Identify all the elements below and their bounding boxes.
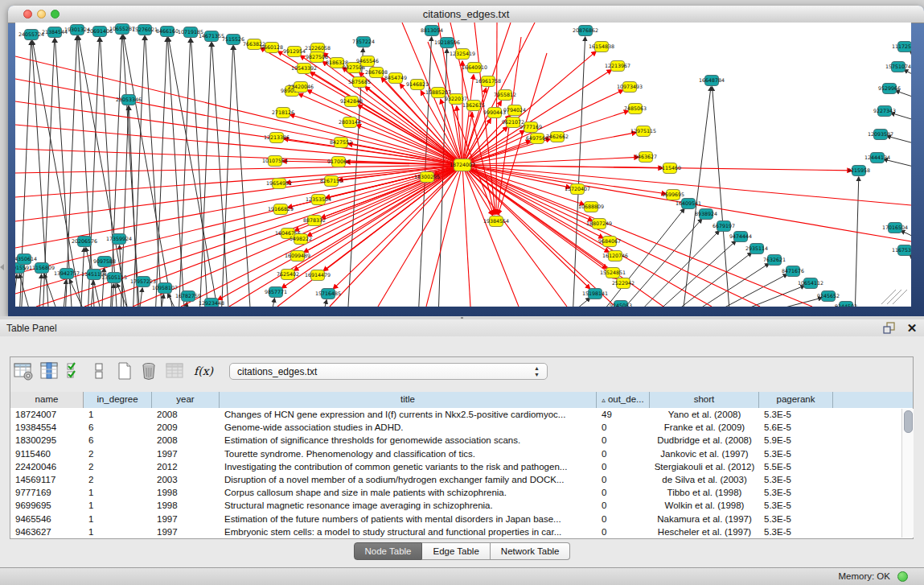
- svg-text:2867608: 2867608: [365, 69, 388, 75]
- svg-text:12444134: 12444134: [864, 154, 890, 160]
- svg-text:15720407: 15720407: [565, 186, 590, 192]
- svg-text:9146821: 9146821: [406, 81, 429, 87]
- table-panel-header: Table Panel ✕: [0, 319, 924, 337]
- tab-edge-table[interactable]: Edge Table: [422, 542, 490, 560]
- svg-text:9391559: 9391559: [15, 265, 29, 270]
- svg-text:9660128: 9660128: [261, 44, 283, 50]
- table-row[interactable]: 2242004622012Investigating the contribut…: [10, 460, 913, 473]
- svg-text:9794024: 9794024: [503, 107, 526, 113]
- svg-text:18724007: 18724007: [450, 162, 475, 167]
- table-row[interactable]: 946362711997Embryonic stem cells: a mode…: [10, 525, 913, 538]
- svg-text:12213386: 12213386: [264, 134, 290, 140]
- network-canvas-container[interactable]: 2405572421384544193013242069140610655287…: [15, 23, 911, 307]
- table-header-row: namein_degreeyeartitle▵out_de...shortpag…: [10, 392, 913, 409]
- svg-text:8878332: 8878332: [303, 217, 326, 223]
- table-row[interactable]: 1938455462009Genome-wide association stu…: [10, 421, 913, 434]
- column-header-short[interactable]: short: [650, 392, 759, 408]
- svg-text:17957223: 17957223: [130, 278, 156, 284]
- svg-text:9912954: 9912954: [283, 48, 306, 54]
- svg-text:6679197: 6679197: [713, 223, 735, 229]
- svg-text:15716485: 15716485: [315, 290, 341, 296]
- float-panel-icon[interactable]: [883, 322, 896, 334]
- network-window-title: citations_edges.txt: [8, 8, 924, 20]
- table-row[interactable]: 1830029562008Estimation of significance …: [10, 434, 913, 447]
- svg-text:16648784: 16648784: [699, 77, 725, 83]
- svg-text:21226058: 21226058: [305, 45, 331, 51]
- svg-text:10958107: 10958107: [152, 285, 178, 290]
- table-row[interactable]: 911546021997Tourette syndrome. Phenomeno…: [10, 447, 913, 460]
- svg-text:17016504: 17016504: [882, 225, 908, 230]
- svg-text:19218596: 19218596: [434, 39, 460, 45]
- column-header-name[interactable]: name: [10, 392, 84, 408]
- column-header-year[interactable]: year: [152, 392, 220, 408]
- function-builder-button[interactable]: f(x): [193, 360, 214, 381]
- table-row[interactable]: 977716911998Corpus callosum shape and si…: [10, 486, 913, 499]
- svg-text:7955812: 7955812: [494, 92, 516, 97]
- column-header-out_de[interactable]: ▵out_de...: [597, 392, 650, 408]
- tab-node-table[interactable]: Node Table: [354, 542, 423, 560]
- svg-text:9463627: 9463627: [634, 154, 657, 159]
- svg-text:19166829: 19166829: [268, 206, 294, 212]
- svg-text:10654112: 10654112: [798, 280, 823, 286]
- show-columns-button[interactable]: [39, 360, 60, 381]
- svg-text:15198141: 15198141: [582, 290, 608, 296]
- table-scrollbar-thumb[interactable]: [904, 410, 913, 433]
- network-canvas[interactable]: 2405572421384544193013242069140610655287…: [15, 23, 911, 307]
- panel-collapse-arrow-icon[interactable]: [0, 264, 4, 270]
- svg-text:17359924: 17359924: [106, 236, 132, 241]
- delete-column-button[interactable]: [138, 360, 159, 381]
- svg-text:12975115: 12975115: [630, 128, 656, 134]
- svg-text:9244502: 9244502: [835, 303, 857, 307]
- svg-text:20876862: 20876862: [573, 27, 598, 33]
- row-height-button[interactable]: [88, 360, 109, 381]
- table-tabs: Node TableEdge TableNetwork Table: [0, 542, 924, 560]
- table-selector-dropdown[interactable]: citations_edges.txt ▲▼: [229, 363, 548, 380]
- svg-text:16914479: 16914479: [305, 272, 331, 278]
- svg-text:7357224: 7357224: [352, 39, 375, 44]
- table-row[interactable]: 969969511998Structural magnetic resonanc…: [10, 499, 913, 512]
- svg-text:18300295: 18300295: [414, 174, 440, 179]
- select-attributes-button[interactable]: [64, 360, 85, 381]
- column-header-filler: [833, 392, 913, 408]
- svg-text:11172524: 11172524: [892, 43, 911, 49]
- svg-text:8813054: 8813054: [421, 27, 443, 33]
- table-row[interactable]: 946554611997Estimation of the future num…: [10, 513, 913, 525]
- table-scrollbar[interactable]: [901, 409, 914, 538]
- svg-text:16961758: 16961758: [475, 78, 501, 84]
- svg-text:16782759: 16782759: [175, 293, 201, 299]
- svg-text:15276021: 15276021: [132, 27, 158, 32]
- svg-text:16099489: 16099489: [285, 253, 310, 258]
- svg-text:9990443: 9990443: [483, 109, 506, 115]
- table-row[interactable]: 1456911722003Disruption of a novel membe…: [10, 473, 913, 486]
- svg-text:12093587: 12093587: [868, 131, 893, 137]
- column-header-pagerank[interactable]: pagerank: [759, 392, 833, 408]
- column-header-title[interactable]: title: [220, 392, 597, 408]
- svg-text:13942757: 13942757: [54, 270, 80, 276]
- svg-text:20206576: 20206576: [72, 238, 97, 244]
- svg-text:18807249: 18807249: [586, 220, 612, 226]
- svg-text:6497568: 6497568: [526, 135, 548, 141]
- table-options-button[interactable]: [13, 360, 34, 381]
- close-panel-icon[interactable]: ✕: [906, 322, 918, 334]
- svg-text:14671355: 14671355: [199, 33, 224, 39]
- network-window-titlebar[interactable]: citations_edges.txt: [8, 6, 924, 23]
- table-body[interactable]: 1872400712008Changes of HCN gene express…: [10, 408, 913, 538]
- svg-text:7485063: 7485063: [624, 105, 647, 111]
- status-bar: Memory: OK: [0, 567, 924, 585]
- svg-text:13505115: 13505115: [101, 274, 127, 280]
- svg-text:9684067: 9684067: [598, 238, 621, 244]
- svg-text:16154838: 16154838: [589, 43, 614, 49]
- create-column-button[interactable]: [114, 360, 135, 381]
- svg-text:10107554: 10107554: [262, 158, 288, 163]
- svg-text:19654932: 19654932: [266, 180, 292, 186]
- svg-text:9170064: 9170064: [327, 159, 350, 164]
- tab-network-table[interactable]: Network Table: [491, 542, 571, 560]
- svg-text:9465546: 9465546: [356, 58, 379, 64]
- svg-text:9699695: 9699695: [662, 192, 684, 197]
- column-header-in_degree[interactable]: in_degree: [84, 392, 152, 408]
- table-selector-value: citations_edges.txt: [237, 366, 317, 377]
- svg-text:23420046: 23420046: [288, 84, 314, 89]
- table-row[interactable]: 1872400712008Changes of HCN gene express…: [10, 408, 913, 421]
- svg-text:24055724: 24055724: [18, 31, 44, 37]
- svg-text:16409541: 16409541: [676, 200, 701, 206]
